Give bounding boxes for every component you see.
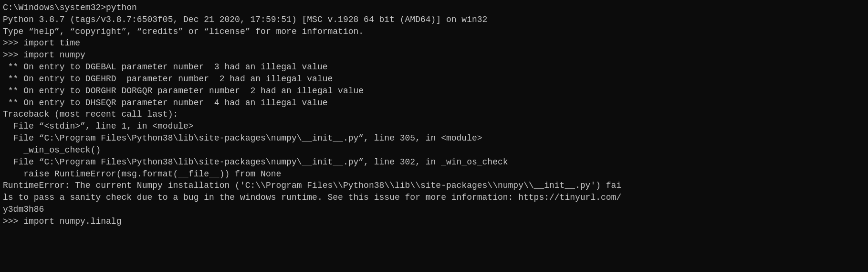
- terminal-line: File “<stdin>”, line 1, in <module>: [3, 120, 865, 132]
- terminal-line: ** On entry to DORGHR DORGQR parameter n…: [3, 85, 865, 97]
- terminal-line: File “C:\Program Files\Python38\lib\site…: [3, 132, 865, 144]
- terminal-line: >>> import time: [3, 37, 865, 49]
- terminal-line: C:\Windows\system32>python: [3, 2, 865, 14]
- terminal-line: Type “help”, “copyright”, “credits” or “…: [3, 26, 865, 38]
- terminal-line: _win_os_check(): [3, 144, 865, 156]
- terminal-line: ** On entry to DHSEQR parameter number 4…: [3, 97, 865, 109]
- terminal-line: Traceback (most recent call last):: [3, 109, 865, 120]
- terminal-line: ls to pass a sanity check due to a bug i…: [3, 192, 865, 204]
- terminal-line: raise RuntimeError(msg.format(__file__))…: [3, 168, 865, 180]
- terminal-line: ** On entry to DGEBAL parameter number 3…: [3, 61, 865, 73]
- terminal-line: y3dm3h86: [3, 204, 865, 216]
- terminal-line: RuntimeError: The current Numpy installa…: [3, 180, 865, 192]
- terminal-line: File “C:\Program Files\Python38\lib\site…: [3, 156, 865, 168]
- terminal-line: >>> import numpy.linalg: [3, 216, 865, 228]
- terminal-line: ** On entry to DGEHRD parameter number 2…: [3, 73, 865, 85]
- terminal-line: Python 3.8.7 (tags/v3.8.7:6503f05, Dec 2…: [3, 14, 865, 26]
- terminal-line: >>> import numpy: [3, 49, 865, 61]
- terminal-container: C:\Windows\system32>pythonPython 3.8.7 (…: [3, 2, 865, 228]
